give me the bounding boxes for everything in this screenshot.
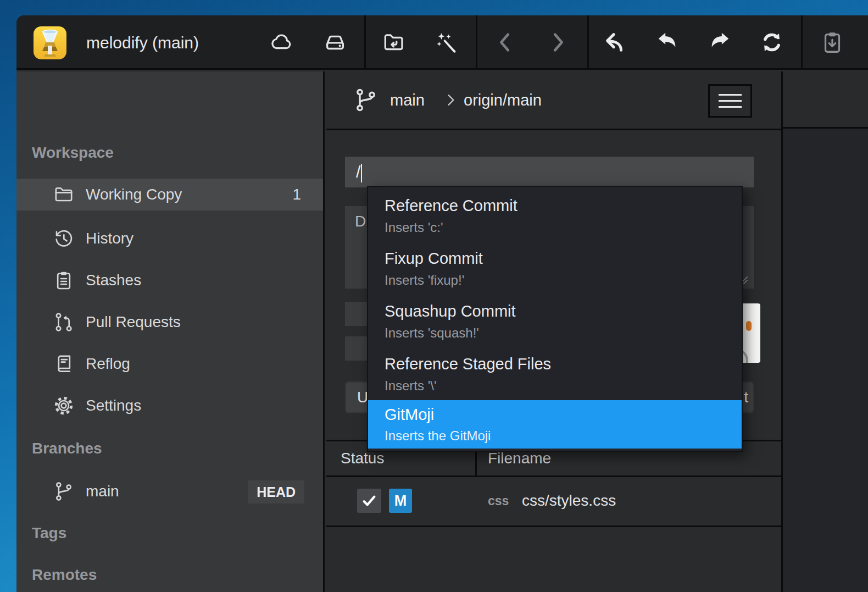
breadcrumb-remote[interactable]: origin/main [464, 71, 542, 129]
file-type-label: css [488, 479, 509, 523]
pull-request-icon [53, 311, 75, 333]
toolbar-separator [587, 15, 589, 70]
app-window: melodify (main) [16, 15, 868, 592]
commit-autocomplete-dropdown: Reference Commit Inserts 'c:' Fixup Comm… [367, 186, 743, 452]
sidebar: Workspace Working Copy 1 History Stashes [16, 71, 325, 592]
modified-status-badge: M [389, 489, 412, 513]
stage-checkbox[interactable] [357, 489, 381, 513]
text-caret [361, 164, 362, 182]
sidebar-item-working-copy[interactable]: Working Copy 1 [16, 179, 323, 211]
sidebar-item-label: Working Copy [86, 179, 182, 211]
sidebar-item-label: Settings [86, 390, 141, 422]
history-icon [53, 228, 75, 250]
detail-panel-header [783, 71, 868, 129]
sidebar-item-stashes[interactable]: Stashes [16, 264, 323, 296]
commit-pane: / D U t Status Filename M css css [326, 130, 781, 592]
app-icon [33, 26, 67, 60]
branch-breadcrumb-bar: main origin/main [326, 71, 781, 130]
stash-icon [53, 269, 75, 291]
book-icon [53, 353, 75, 375]
autocomplete-item-fixup-commit[interactable]: Fixup Commit Inserts 'fixup!' [368, 242, 742, 295]
breadcrumb-branch[interactable]: main [390, 71, 425, 129]
sidebar-item-label: Stashes [86, 264, 141, 296]
branch-icon [53, 480, 75, 502]
sidebar-section-branches: Branches [32, 433, 102, 464]
sidebar-item-settings[interactable]: Settings [16, 390, 323, 422]
sidebar-item-label: main [86, 475, 119, 507]
sidebar-item-pull-requests[interactable]: Pull Requests [16, 306, 323, 338]
toolbar-separator [364, 15, 366, 70]
back-button[interactable] [492, 29, 519, 56]
forward-button[interactable] [544, 29, 571, 56]
autocomplete-item-squashup-commit[interactable]: Squashup Commit Inserts 'squash!' [368, 295, 742, 347]
staged-file-row[interactable]: M css css/styles.css [326, 479, 781, 527]
autocomplete-item-reference-staged-files[interactable]: Reference Staged Files Inserts '\' [368, 347, 742, 400]
sidebar-section-tags: Tags [32, 518, 66, 549]
sidebar-item-label: History [86, 223, 133, 254]
titlebar: melodify (main) [16, 15, 868, 70]
open-repo-button[interactable] [381, 29, 407, 56]
sidebar-item-reflog[interactable]: Reflog [16, 348, 323, 380]
sync-button[interactable] [759, 29, 785, 56]
sidebar-item-history[interactable]: History [16, 223, 323, 254]
gitmoji-preview-detail [746, 321, 752, 331]
autocomplete-item-reference-commit[interactable]: Reference Commit Inserts 'c:' [368, 189, 742, 242]
sidebar-section-workspace: Workspace [32, 137, 114, 168]
redo-commit-button[interactable] [706, 29, 733, 56]
magic-wand-button[interactable] [433, 29, 460, 56]
working-copy-count-badge: 1 [292, 179, 301, 211]
cloud-button[interactable] [268, 29, 294, 56]
hamburger-icon [719, 94, 742, 96]
folder-icon [53, 184, 75, 206]
sidebar-item-branch-main[interactable]: main HEAD [16, 475, 323, 507]
detail-panel [781, 71, 868, 592]
undo-commit-button[interactable] [654, 29, 681, 56]
autocomplete-item-gitmoji[interactable]: GitMoji Inserts the GitMoji [368, 400, 742, 449]
chevron-right-icon [442, 91, 459, 109]
toolbar-separator [476, 15, 477, 70]
pull-button[interactable] [602, 29, 628, 56]
head-badge: HEAD [248, 480, 304, 504]
branch-menu-button[interactable] [708, 84, 752, 118]
gear-icon [53, 395, 75, 417]
sidebar-section-remotes: Remotes [32, 560, 97, 590]
clipboard-button[interactable] [819, 29, 845, 56]
file-name-label: css/styles.css [522, 479, 616, 523]
branch-icon [353, 87, 379, 113]
drive-button[interactable] [322, 29, 348, 56]
commit-summary-input[interactable]: / [345, 157, 754, 187]
window-title: melodify (main) [86, 15, 199, 70]
commit-summary-value: / [356, 163, 360, 181]
sidebar-item-label: Reflog [86, 348, 130, 380]
commit-description-text: D [355, 213, 366, 230]
sidebar-item-label: Pull Requests [86, 306, 181, 338]
toolbar-separator [801, 15, 803, 70]
